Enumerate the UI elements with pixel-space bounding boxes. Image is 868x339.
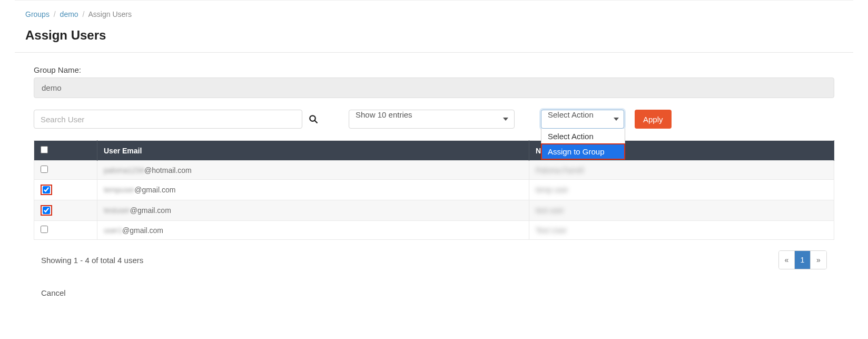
breadcrumb: Groups / demo / Assign Users <box>15 8 853 28</box>
row-checkbox[interactable] <box>43 207 50 214</box>
breadcrumb-current: Assign Users <box>88 10 132 18</box>
group-name-field: demo <box>34 78 834 98</box>
table-row: user1@gmail.comTest User <box>34 221 834 240</box>
cell-name: temp user <box>529 180 834 200</box>
cell-email: paloma1234@hotmail.com <box>97 161 529 180</box>
row-checkbox[interactable] <box>41 166 48 173</box>
col-header-email: User Email <box>97 141 529 161</box>
entries-select[interactable]: Show 10 entries <box>349 110 515 129</box>
action-dropdown: Select Action Assign to Group <box>541 129 625 160</box>
page-prev[interactable]: « <box>779 251 795 269</box>
entries-select-label: Show 10 entries <box>356 110 412 119</box>
search-icon[interactable] <box>309 114 318 124</box>
svg-point-0 <box>310 115 315 121</box>
cell-email: testuser@gmail.com <box>97 200 529 221</box>
cell-name: Paloma Farrell <box>529 161 834 180</box>
breadcrumb-groups[interactable]: Groups <box>25 10 50 18</box>
table-row: paloma1234@hotmail.comPaloma Farrell <box>34 161 834 180</box>
cell-email: user1@gmail.com <box>97 221 529 240</box>
showing-text: Showing 1 - 4 of total 4 users <box>41 256 143 265</box>
search-input[interactable] <box>34 110 302 129</box>
cell-email: tempuser@gmail.com <box>97 180 529 200</box>
table-row: testuser@gmail.comtest user <box>34 200 834 221</box>
group-name-label: Group Name: <box>34 65 834 74</box>
action-option-select[interactable]: Select Action <box>541 129 625 144</box>
table-row: tempuser@gmail.comtemp user <box>34 180 834 200</box>
cell-name: Test User <box>529 221 834 240</box>
page-title: Assign Users <box>15 28 853 52</box>
page-1[interactable]: 1 <box>795 251 811 269</box>
action-select[interactable]: Select Action <box>541 110 624 129</box>
action-option-assign[interactable]: Assign to Group <box>541 143 625 160</box>
users-table: User Email Name paloma1234@hotmail.comPa… <box>34 140 834 240</box>
page-next[interactable]: » <box>811 251 826 269</box>
row-checkbox[interactable] <box>41 226 48 233</box>
select-all-checkbox[interactable] <box>41 146 48 153</box>
svg-line-1 <box>314 120 317 123</box>
action-select-label: Select Action <box>548 110 594 119</box>
pagination: « 1 » <box>778 250 827 269</box>
apply-button[interactable]: Apply <box>635 110 672 129</box>
breadcrumb-demo[interactable]: demo <box>60 10 78 18</box>
row-checkbox[interactable] <box>43 186 50 193</box>
cancel-link[interactable]: Cancel <box>41 288 834 297</box>
cell-name: test user <box>529 200 834 221</box>
